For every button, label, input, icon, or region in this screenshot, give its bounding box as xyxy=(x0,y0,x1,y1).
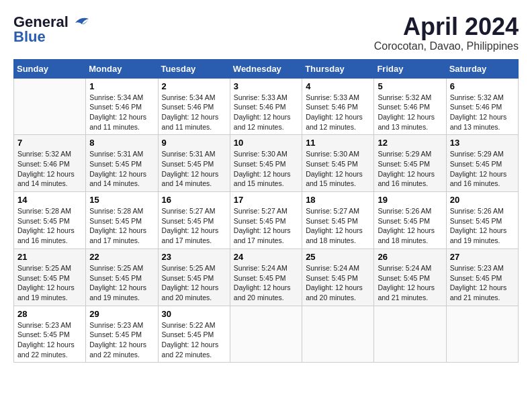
day-info: Sunrise: 5:27 AM Sunset: 5:45 PM Dayligh… xyxy=(306,206,370,246)
day-info: Sunrise: 5:32 AM Sunset: 5:46 PM Dayligh… xyxy=(450,93,515,132)
day-info: Sunrise: 5:25 AM Sunset: 5:45 PM Dayligh… xyxy=(17,263,82,303)
day-number: 17 xyxy=(234,195,298,205)
day-number: 18 xyxy=(306,195,370,205)
day-number: 5 xyxy=(378,81,442,91)
day-info: Sunrise: 5:29 AM Sunset: 5:45 PM Dayligh… xyxy=(378,149,442,189)
calendar-cell: 21Sunrise: 5:25 AM Sunset: 5:45 PM Dayli… xyxy=(14,248,86,306)
day-info: Sunrise: 5:31 AM Sunset: 5:45 PM Dayligh… xyxy=(89,149,154,189)
calendar-cell: 7Sunrise: 5:32 AM Sunset: 5:46 PM Daylig… xyxy=(14,135,86,192)
calendar-cell: 1Sunrise: 5:34 AM Sunset: 5:46 PM Daylig… xyxy=(86,78,158,135)
calendar-cell: 17Sunrise: 5:27 AM Sunset: 5:45 PM Dayli… xyxy=(230,192,302,249)
day-info: Sunrise: 5:28 AM Sunset: 5:45 PM Dayligh… xyxy=(89,206,154,246)
calendar-cell: 13Sunrise: 5:29 AM Sunset: 5:45 PM Dayli… xyxy=(446,135,518,192)
col-header-tuesday: Tuesday xyxy=(158,59,230,78)
col-header-friday: Friday xyxy=(374,59,446,78)
day-info: Sunrise: 5:34 AM Sunset: 5:46 PM Dayligh… xyxy=(89,93,154,132)
day-info: Sunrise: 5:33 AM Sunset: 5:46 PM Dayligh… xyxy=(234,93,298,132)
day-info: Sunrise: 5:32 AM Sunset: 5:46 PM Dayligh… xyxy=(378,93,442,132)
week-row-5: 28Sunrise: 5:23 AM Sunset: 5:45 PM Dayli… xyxy=(14,306,519,363)
day-number: 11 xyxy=(306,138,370,148)
day-info: Sunrise: 5:24 AM Sunset: 5:45 PM Dayligh… xyxy=(378,263,442,303)
day-number: 25 xyxy=(306,252,370,262)
day-number: 9 xyxy=(162,138,226,148)
calendar-cell: 9Sunrise: 5:31 AM Sunset: 5:45 PM Daylig… xyxy=(158,135,230,192)
day-number: 15 xyxy=(89,195,154,205)
day-number: 10 xyxy=(234,138,298,148)
calendar-cell xyxy=(446,306,518,363)
calendar-cell: 15Sunrise: 5:28 AM Sunset: 5:45 PM Dayli… xyxy=(86,192,158,249)
calendar-cell: 23Sunrise: 5:25 AM Sunset: 5:45 PM Dayli… xyxy=(158,248,230,306)
day-info: Sunrise: 5:23 AM Sunset: 5:45 PM Dayligh… xyxy=(450,263,515,303)
day-info: Sunrise: 5:27 AM Sunset: 5:45 PM Dayligh… xyxy=(162,206,226,246)
calendar-cell: 8Sunrise: 5:31 AM Sunset: 5:45 PM Daylig… xyxy=(86,135,158,192)
day-info: Sunrise: 5:24 AM Sunset: 5:45 PM Dayligh… xyxy=(306,263,370,303)
day-number: 3 xyxy=(234,81,298,91)
day-number: 24 xyxy=(234,252,298,262)
calendar-table: SundayMondayTuesdayWednesdayThursdayFrid… xyxy=(13,59,519,363)
week-row-3: 14Sunrise: 5:28 AM Sunset: 5:45 PM Dayli… xyxy=(14,192,519,249)
calendar-cell: 3Sunrise: 5:33 AM Sunset: 5:46 PM Daylig… xyxy=(230,78,302,135)
day-info: Sunrise: 5:23 AM Sunset: 5:45 PM Dayligh… xyxy=(17,320,82,360)
calendar-cell: 28Sunrise: 5:23 AM Sunset: 5:45 PM Dayli… xyxy=(14,306,86,363)
col-header-wednesday: Wednesday xyxy=(230,59,302,78)
day-info: Sunrise: 5:29 AM Sunset: 5:45 PM Dayligh… xyxy=(450,149,515,189)
day-info: Sunrise: 5:28 AM Sunset: 5:45 PM Dayligh… xyxy=(17,206,82,246)
calendar-cell xyxy=(14,78,86,135)
day-number: 8 xyxy=(89,138,154,148)
col-header-sunday: Sunday xyxy=(14,59,86,78)
day-number: 29 xyxy=(89,309,154,319)
logo-bird-icon xyxy=(70,15,91,30)
month-title: April 2024 xyxy=(374,13,519,40)
day-number: 6 xyxy=(450,81,515,91)
day-info: Sunrise: 5:31 AM Sunset: 5:45 PM Dayligh… xyxy=(162,149,226,189)
day-number: 14 xyxy=(17,195,82,205)
calendar-cell: 14Sunrise: 5:28 AM Sunset: 5:45 PM Dayli… xyxy=(14,192,86,249)
day-info: Sunrise: 5:25 AM Sunset: 5:45 PM Dayligh… xyxy=(89,263,154,303)
day-info: Sunrise: 5:22 AM Sunset: 5:45 PM Dayligh… xyxy=(162,320,226,360)
calendar-cell: 6Sunrise: 5:32 AM Sunset: 5:46 PM Daylig… xyxy=(446,78,518,135)
day-number: 27 xyxy=(450,252,515,262)
calendar-cell: 2Sunrise: 5:34 AM Sunset: 5:46 PM Daylig… xyxy=(158,78,230,135)
col-header-monday: Monday xyxy=(86,59,158,78)
day-number: 12 xyxy=(378,138,442,148)
calendar-cell: 26Sunrise: 5:24 AM Sunset: 5:45 PM Dayli… xyxy=(374,248,446,306)
day-info: Sunrise: 5:26 AM Sunset: 5:45 PM Dayligh… xyxy=(450,206,515,246)
week-row-1: 1Sunrise: 5:34 AM Sunset: 5:46 PM Daylig… xyxy=(14,78,519,135)
calendar-cell: 19Sunrise: 5:26 AM Sunset: 5:45 PM Dayli… xyxy=(374,192,446,249)
calendar-cell: 25Sunrise: 5:24 AM Sunset: 5:45 PM Dayli… xyxy=(302,248,374,306)
day-number: 23 xyxy=(162,252,226,262)
calendar-cell: 24Sunrise: 5:24 AM Sunset: 5:45 PM Dayli… xyxy=(230,248,302,306)
day-info: Sunrise: 5:30 AM Sunset: 5:45 PM Dayligh… xyxy=(234,149,298,189)
week-row-2: 7Sunrise: 5:32 AM Sunset: 5:46 PM Daylig… xyxy=(14,135,519,192)
day-number: 21 xyxy=(17,252,82,262)
calendar-cell: 16Sunrise: 5:27 AM Sunset: 5:45 PM Dayli… xyxy=(158,192,230,249)
week-row-4: 21Sunrise: 5:25 AM Sunset: 5:45 PM Dayli… xyxy=(14,248,519,306)
day-number: 30 xyxy=(162,309,226,319)
calendar-cell xyxy=(374,306,446,363)
day-info: Sunrise: 5:27 AM Sunset: 5:45 PM Dayligh… xyxy=(234,206,298,246)
page-header: General Blue April 2024 Corocotan, Davao… xyxy=(13,13,519,52)
day-number: 22 xyxy=(89,252,154,262)
day-number: 16 xyxy=(162,195,226,205)
day-number: 28 xyxy=(17,309,82,319)
day-info: Sunrise: 5:26 AM Sunset: 5:45 PM Dayligh… xyxy=(378,206,442,246)
day-info: Sunrise: 5:34 AM Sunset: 5:46 PM Dayligh… xyxy=(162,93,226,132)
location-subtitle: Corocotan, Davao, Philippines xyxy=(374,40,519,52)
calendar-header-row: SundayMondayTuesdayWednesdayThursdayFrid… xyxy=(14,59,519,78)
day-number: 1 xyxy=(89,81,154,91)
logo: General Blue xyxy=(13,13,91,46)
day-number: 19 xyxy=(378,195,442,205)
title-block: April 2024 Corocotan, Davao, Philippines xyxy=(374,13,519,52)
calendar-cell: 29Sunrise: 5:23 AM Sunset: 5:45 PM Dayli… xyxy=(86,306,158,363)
day-info: Sunrise: 5:24 AM Sunset: 5:45 PM Dayligh… xyxy=(234,263,298,303)
day-info: Sunrise: 5:32 AM Sunset: 5:46 PM Dayligh… xyxy=(17,149,82,189)
calendar-cell: 30Sunrise: 5:22 AM Sunset: 5:45 PM Dayli… xyxy=(158,306,230,363)
day-number: 7 xyxy=(17,138,82,148)
calendar-cell: 27Sunrise: 5:23 AM Sunset: 5:45 PM Dayli… xyxy=(446,248,518,306)
day-number: 4 xyxy=(306,81,370,91)
calendar-cell: 20Sunrise: 5:26 AM Sunset: 5:45 PM Dayli… xyxy=(446,192,518,249)
col-header-thursday: Thursday xyxy=(302,59,374,78)
day-info: Sunrise: 5:33 AM Sunset: 5:46 PM Dayligh… xyxy=(306,93,370,132)
calendar-cell: 10Sunrise: 5:30 AM Sunset: 5:45 PM Dayli… xyxy=(230,135,302,192)
calendar-cell: 5Sunrise: 5:32 AM Sunset: 5:46 PM Daylig… xyxy=(374,78,446,135)
